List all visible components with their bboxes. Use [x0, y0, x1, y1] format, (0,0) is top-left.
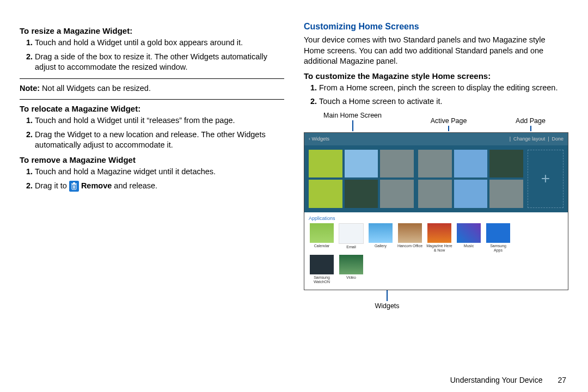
heading-remove: To remove a Magazine Widget	[20, 155, 284, 164]
list-item: Touch a Home screen to activate it.	[319, 96, 568, 107]
list-item: Drag it to Remove and release.	[35, 181, 284, 192]
apps-row-1: CalendarEmailGalleryHancom OfficeMagazin…	[309, 223, 564, 253]
app-thumb: Video	[338, 255, 364, 283]
panel-add	[528, 150, 564, 208]
app-thumb: Samsung WatchON	[309, 255, 335, 283]
remove-steps: Touch and hold a Magazine widget until i…	[20, 167, 284, 192]
app-thumb: Music	[456, 223, 482, 253]
callout-add: Add Page	[516, 117, 546, 133]
panel-active	[418, 150, 523, 208]
screenshot: ‹ Widgets | Change layout | Done Applica…	[304, 132, 568, 290]
note-label: Note:	[20, 84, 40, 93]
divider	[20, 99, 284, 100]
app-thumb: Magazine Here & Now	[426, 223, 452, 253]
note-line: Note: Not all Widgets can be resized.	[20, 83, 284, 94]
remove-text-pre: Drag it to	[35, 181, 69, 190]
right-column: Customizing Home Screens Your device com…	[304, 22, 568, 376]
note-text: Not all Widgets can be resized.	[40, 84, 151, 93]
heading-resize: To resize a Magazine Widget:	[20, 26, 284, 35]
apps-row-2: Samsung WatchONVideo	[309, 255, 564, 283]
screenshot-apps: Applications CalendarEmailGalleryHancom …	[304, 212, 568, 290]
app-thumb: Calendar	[309, 223, 335, 253]
back-label: ‹ Widgets	[309, 136, 329, 142]
list-item: Drag a side of the box to resize it. The…	[35, 52, 284, 73]
list-item: From a Home screen, pinch the screen to …	[319, 83, 568, 94]
relocate-steps: Touch and hold a Widget until it “releas…	[20, 115, 284, 151]
panel-main	[309, 150, 414, 208]
app-thumb: Gallery	[367, 223, 394, 253]
callout-row-top: Main Home Screen Active Page Add Page	[317, 112, 555, 133]
trash-icon	[69, 181, 79, 192]
left-column: To resize a Magazine Widget: Touch and h…	[20, 22, 284, 376]
page-number: 27	[558, 376, 566, 384]
svg-rect-0	[73, 182, 75, 183]
app-thumb: Hancom Office	[397, 223, 423, 253]
heading-relocate: To relocate a Magazine Widget:	[20, 104, 284, 113]
change-layout: Change layout	[513, 136, 545, 142]
divider	[20, 78, 284, 79]
app-thumb: Samsung Apps	[485, 223, 511, 253]
callout-widgets: Widgets	[206, 290, 568, 310]
app-thumb: Email	[338, 223, 364, 253]
remove-text-post: and release.	[112, 181, 157, 190]
callout-main: Main Home Screen	[323, 112, 382, 133]
customize-steps: From a Home screen, pinch the screen to …	[304, 83, 568, 107]
heading-customize-steps: To customize the Magazine style Home scr…	[304, 71, 568, 81]
callout-active: Active Page	[431, 117, 467, 133]
applications-title: Applications	[309, 216, 564, 221]
list-item: Touch and hold a Magazine widget until i…	[35, 167, 284, 177]
remove-label: Remove	[81, 181, 112, 190]
screenshot-panels	[304, 145, 568, 212]
intro-text: Your device comes with two Standard pane…	[304, 35, 568, 67]
screenshot-titlebar: ‹ Widgets | Change layout | Done	[304, 133, 568, 145]
footer: Understanding Your Device 27	[0, 376, 588, 389]
section-title: Understanding Your Device	[450, 376, 543, 384]
list-item: Touch and hold a Widget until a gold box…	[35, 38, 284, 48]
list-item: Touch and hold a Widget until it “releas…	[35, 115, 284, 126]
done-label: Done	[552, 136, 564, 142]
resize-steps: Touch and hold a Widget until a gold box…	[20, 38, 284, 73]
list-item: Drag the Widget to a new location and re…	[35, 130, 284, 151]
heading-customize: Customizing Home Screens	[304, 22, 568, 32]
svg-rect-1	[71, 183, 77, 185]
